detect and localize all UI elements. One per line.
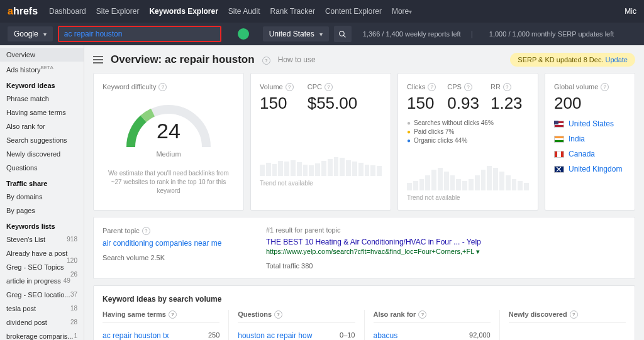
- sidebar-item-also-rank[interactable]: Also rank for: [0, 119, 84, 133]
- help-icon[interactable]: [503, 82, 511, 91]
- volume-value: 150: [260, 94, 294, 113]
- help-icon[interactable]: [169, 310, 177, 319]
- how-to-use-link[interactable]: How to use: [278, 55, 316, 64]
- country-link-ca[interactable]: Canada: [554, 150, 626, 158]
- clicks-sparkline: [407, 153, 529, 190]
- ideas-col-same-terms: Having same terms ac repair houston tx25…: [103, 310, 229, 340]
- help-icon[interactable]: [158, 82, 167, 91]
- help-icon[interactable]: [274, 310, 282, 319]
- cpc-value: $55.00: [308, 94, 358, 113]
- serp-update-pill: SERP & KD updated 8 Dec. Update: [510, 53, 635, 67]
- serp-update-link[interactable]: Update: [606, 56, 628, 63]
- trend-label: Trend not available: [407, 194, 529, 201]
- flag-uk-icon: [554, 166, 564, 173]
- country-link-us[interactable]: United States: [554, 119, 626, 128]
- country-dropdown[interactable]: United States: [263, 26, 329, 41]
- help-icon[interactable]: [601, 82, 609, 91]
- page-title: Overview: ac repair houston: [111, 53, 255, 66]
- volume-sparkline: [260, 138, 382, 176]
- top-nav: ahrefs Dashboard Site Explorer Keywords …: [0, 0, 644, 23]
- search-engine-dropdown[interactable]: Google: [8, 26, 53, 41]
- search-button[interactable]: [334, 26, 352, 42]
- sidebar-list-item[interactable]: brokerage comparis...1: [0, 329, 84, 340]
- status-indicator-icon: [238, 28, 249, 40]
- sidebar-list-item[interactable]: Steven's List918: [0, 233, 84, 246]
- help-icon[interactable]: [464, 82, 472, 91]
- nav-rank-tracker[interactable]: Rank Tracker: [270, 7, 315, 16]
- help-icon[interactable]: [570, 310, 578, 319]
- help-icon[interactable]: [262, 55, 270, 65]
- help-icon[interactable]: [325, 82, 333, 91]
- parent-topic-card: Parent topic air conditioning companies …: [93, 217, 635, 279]
- sidebar-item-questions[interactable]: Questions: [0, 161, 84, 175]
- idea-keyword-link[interactable]: abacus: [374, 331, 398, 340]
- flag-us-icon: [554, 121, 564, 128]
- sidebar-section-keyword-ideas: Keyword ideas: [0, 77, 84, 92]
- idea-row: ac repair houston tx250: [103, 328, 219, 340]
- kd-estimate: We estimate that you'll need backlinks f…: [103, 169, 235, 195]
- ideas-col-questions: Questions houston ac repair how much usu…: [229, 310, 364, 340]
- idea-keyword-link[interactable]: ac repair houston tx: [103, 331, 169, 340]
- sidebar-section-keywords-lists: Keywords lists: [0, 217, 84, 233]
- clicks-value: 150: [407, 94, 436, 113]
- trend-label: Trend not available: [260, 180, 382, 187]
- nav-dashboard[interactable]: Dashboard: [49, 7, 86, 16]
- card-global-volume: Global volume 200 United States India Ca…: [545, 73, 635, 211]
- sidebar-item-same-terms[interactable]: Having same terms: [0, 106, 84, 119]
- flag-in-icon: [554, 136, 564, 143]
- sidebar-item-by-domains[interactable]: By domains: [0, 190, 84, 204]
- sidebar-item-phrase-match[interactable]: Phrase match: [0, 92, 84, 106]
- logo[interactable]: ahrefs: [8, 6, 38, 17]
- sidebar-item-newly-discovered[interactable]: Newly discovered: [0, 147, 84, 161]
- help-icon[interactable]: [142, 226, 150, 235]
- sidebar-list-item[interactable]: Already have a post120: [0, 246, 84, 260]
- sidebar-item-search-suggestions[interactable]: Search suggestions: [0, 133, 84, 147]
- sidebar-list-item[interactable]: Greg - SEO locatio...37: [0, 288, 84, 302]
- ideas-col-also-rank: Also rank for abacus92,000ac repair34,00…: [365, 310, 500, 340]
- user-menu[interactable]: Mic: [625, 7, 636, 16]
- svg-line-1: [343, 35, 345, 37]
- sidebar-section-traffic-share: Traffic share: [0, 175, 84, 190]
- country-link-uk[interactable]: United Kingdom: [554, 165, 626, 173]
- nav-site-audit[interactable]: Site Audit: [228, 7, 260, 16]
- kd-gauge: 24: [121, 100, 216, 150]
- nav-site-explorer[interactable]: Site Explorer: [96, 7, 140, 16]
- nav-content-explorer[interactable]: Content Explorer: [325, 7, 382, 16]
- help-icon[interactable]: [286, 82, 294, 91]
- monthly-quota: 1,000 / 1,000 monthly SERP updates left: [489, 30, 614, 38]
- weekly-quota: 1,366 / 1,400 weekly reports left: [363, 30, 461, 38]
- serp-result-traffic: Total traffic 380: [266, 262, 626, 270]
- keyword-input[interactable]: ac repair houston: [58, 26, 221, 42]
- sidebar: Overview Ads historyBETA Keyword ideas P…: [0, 45, 84, 340]
- parent-topic-sv: Search volume 2.5K: [103, 254, 241, 261]
- parent-topic-link[interactable]: air conditioning companies near me: [103, 239, 221, 248]
- idea-row: abacus92,000: [374, 328, 491, 340]
- flag-ca-icon: [554, 151, 564, 158]
- ideas-col-newly: Newly discovered Keyword ideas not found: [500, 310, 626, 340]
- help-icon[interactable]: [418, 310, 426, 319]
- country-link-in[interactable]: India: [554, 134, 626, 143]
- card-keyword-difficulty: Keyword difficulty 24 Medium We estimate…: [93, 73, 244, 211]
- cps-value: 0.93: [447, 94, 479, 113]
- sidebar-list-item[interactable]: dividend post28: [0, 315, 84, 329]
- global-volume-value: 200: [554, 94, 626, 113]
- sidebar-list-item[interactable]: tesla post18: [0, 302, 84, 315]
- sidebar-item-by-pages[interactable]: By pages: [0, 204, 84, 217]
- rr-value: 1.23: [491, 94, 523, 113]
- card-volume-cpc: Volume150 CPC$55.00 Trend not available: [250, 73, 391, 211]
- sidebar-item-overview[interactable]: Overview: [0, 48, 84, 62]
- serp-result-url: https://www.yelp.com/search?cflt=hvac&fi…: [266, 248, 626, 256]
- svg-point-0: [340, 31, 345, 36]
- keyword-ideas-card: Keyword ideas by search volume Having sa…: [93, 285, 635, 340]
- help-icon[interactable]: [428, 82, 436, 91]
- sidebar-item-ads-history[interactable]: Ads historyBETA: [0, 62, 84, 77]
- menu-icon[interactable]: [93, 56, 103, 63]
- clicks-legend: Searches without clicks 46% Paid clicks …: [407, 119, 529, 144]
- ideas-title: Keyword ideas by search volume: [103, 295, 626, 304]
- nav-more[interactable]: More: [392, 7, 412, 16]
- nav-keywords-explorer[interactable]: Keywords Explorer: [149, 7, 218, 16]
- idea-keyword-link[interactable]: houston ac repair how much usually: [238, 331, 331, 340]
- idea-row: houston ac repair how much usually0–10: [238, 328, 355, 340]
- serp-result-title[interactable]: THE BEST 10 Heating & Air Conditioning/H…: [266, 238, 481, 246]
- main-content: Overview: ac repair houston How to use S…: [84, 45, 644, 340]
